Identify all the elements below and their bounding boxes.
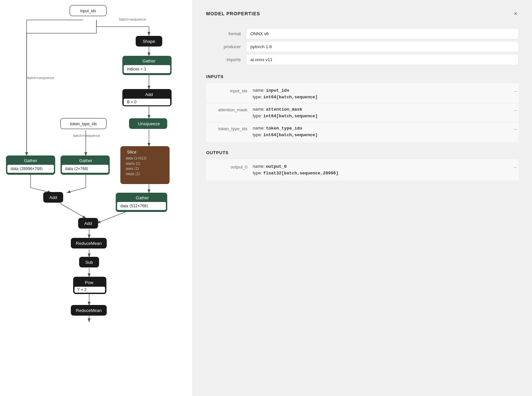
model-props-grid: format ONNX v6 producer pytorch 1.8 impo… (206, 27, 519, 66)
io-name-output-0: name: output_0 (253, 164, 512, 169)
inputs-section-header: INPUTS (206, 74, 519, 79)
io-label-token-type-ids: token_type_ids (206, 126, 253, 131)
node-gather-word-sublabel: data ⟨28996×768⟩ (11, 166, 43, 171)
io-row-output-0: output_0 name: output_0 type: float32[ba… (206, 160, 519, 179)
io-minus-input-ids: – (512, 88, 519, 94)
io-details-input-ids: name: input_ids type: int64[batch,sequen… (253, 88, 512, 100)
node-shape-label: Shape (143, 39, 155, 44)
panel-header: MODEL PROPERTIES × (206, 9, 519, 18)
io-type-output-0: type: float32[batch,sequence,28996] (253, 170, 512, 176)
node-gather-word-label: Gather (24, 158, 37, 163)
node-unsqueeze-label: Unsqueeze (138, 121, 160, 126)
node-gather-pos-sublabel: data ⟨512×768⟩ (120, 204, 148, 208)
node-gather-token-sublabel: data ⟨2×768⟩ (65, 166, 88, 171)
node-pow-label: Pow (85, 280, 93, 285)
node-gather-top-label: Gather (142, 58, 156, 63)
inputs-section-block: input_ids name: input_ids type: int64[ba… (206, 83, 519, 142)
io-type-attention-mask: type: int64[batch,sequence] (253, 113, 512, 119)
node-sub-label: Sub (85, 260, 93, 265)
node-add-top-sublabel: B = 0 (127, 100, 137, 104)
io-label-input-ids: input_ids (206, 88, 253, 93)
node-slice-axes: axes ⟨1⟩ (126, 166, 139, 170)
node-slice-label: Slice (127, 149, 136, 154)
graph-panel: batch×sequence batch×sequence batch×sequ… (0, 0, 193, 396)
outputs-section-block: output_0 name: output_0 type: float32[ba… (206, 159, 519, 180)
graph-svg: batch×sequence batch×sequence batch×sequ… (0, 0, 193, 396)
node-add-mid-label: Add (49, 195, 57, 200)
edge-label-batchseq1: batch×sequence (119, 17, 146, 21)
io-details-attention-mask: name: attention_mask type: int64[batch,s… (253, 107, 512, 119)
node-slice-steps: steps ⟨1⟩ (126, 172, 140, 176)
node-gather-pos-label: Gather (136, 195, 149, 200)
node-gather-token-label: Gather (79, 158, 92, 163)
io-details-token-type-ids: name: token_type_ids type: int64[batch,s… (253, 126, 512, 138)
node-reducemean2-label: ReduceMean (76, 308, 101, 313)
node-token-type-ids-label: token_type_ids (70, 122, 97, 126)
io-type-input-ids: type: int64[batch,sequence] (253, 94, 512, 100)
outputs-section-header: OUTPUTS (206, 150, 519, 155)
properties-panel: MODEL PROPERTIES × format ONNX v6 produc… (193, 0, 532, 396)
io-row-token-type-ids: token_type_ids name: token_type_ids type… (206, 122, 519, 141)
node-pow-sublabel: Y = 2 (77, 287, 86, 292)
io-minus-token-type-ids: – (512, 126, 519, 132)
close-button[interactable]: × (512, 9, 519, 18)
panel-title: MODEL PROPERTIES (206, 11, 260, 16)
io-row-attention-mask: attention_mask name: attention_mask type… (206, 103, 519, 122)
node-input-ids-label: input_ids (80, 9, 96, 13)
io-label-attention-mask: attention_mask (206, 107, 253, 112)
imports-value: ai.onnx v11 (246, 54, 519, 65)
io-minus-attention-mask: – (512, 107, 519, 113)
node-slice-starts: starts ⟨1⟩ (126, 161, 140, 165)
io-minus-output-0: – (512, 164, 519, 170)
node-gather-top-sublabel: indices = 1 (127, 67, 146, 71)
producer-label: producer (206, 40, 246, 53)
node-slice-data: data ⟨1×512⟩ (126, 156, 147, 160)
io-name-attention-mask: name: attention_mask (253, 107, 512, 112)
io-name-input-ids: name: input_ids (253, 88, 512, 93)
io-type-token-type-ids: type: int64[batch,sequence] (253, 132, 512, 138)
io-name-token-type-ids: name: token_type_ids (253, 126, 512, 131)
format-value: ONNX v6 (246, 28, 519, 39)
io-details-output-0: name: output_0 type: float32[batch,seque… (253, 164, 512, 176)
producer-value: pytorch 1.8 (246, 41, 519, 52)
io-row-input-ids: input_ids name: input_ids type: int64[ba… (206, 84, 519, 103)
imports-label: imports (206, 53, 246, 66)
node-reducemean1-label: ReduceMean (76, 241, 101, 246)
edge-label-batchseq2: batch×sequence (27, 76, 54, 80)
io-label-output-0: output_0 (206, 164, 253, 169)
node-add-top-label: Add (145, 92, 153, 97)
format-label: format (206, 27, 246, 40)
node-add-center-label: Add (84, 221, 92, 226)
edge-label-batchseq3: batch×sequence (73, 134, 100, 138)
